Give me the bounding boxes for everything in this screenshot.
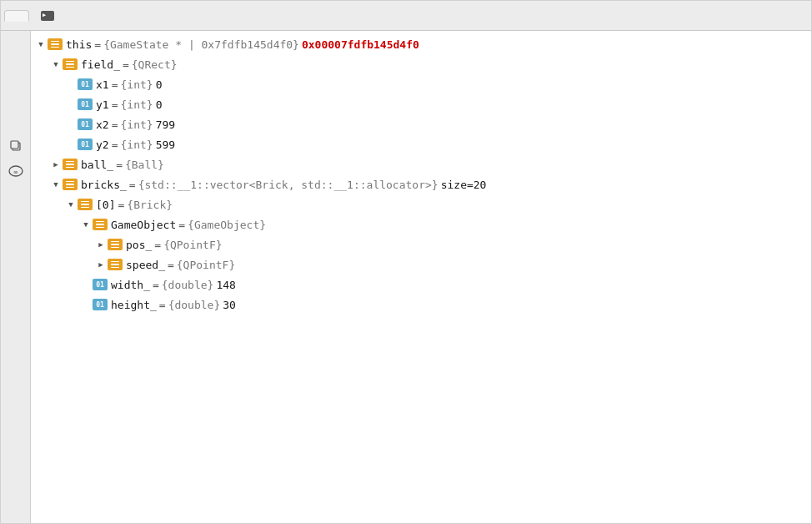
- struct-icon: [108, 259, 123, 270]
- add-button[interactable]: [4, 34, 28, 58]
- disclosure-triangle[interactable]: [94, 238, 108, 251]
- copy-button[interactable]: [4, 134, 28, 158]
- var-value: 30: [223, 299, 236, 311]
- left-toolbar: ∞: [1, 31, 31, 523]
- var-type: {std::__1::vector<Brick, std::__1::alloc…: [138, 179, 439, 191]
- var-type: {double}: [162, 279, 214, 291]
- var-eq: =: [168, 259, 174, 271]
- var-type: {QPointF}: [163, 239, 222, 251]
- int-icon: 01: [78, 78, 93, 90]
- remove-button[interactable]: [4, 59, 28, 83]
- struct-icon: [48, 38, 63, 50]
- var-type: {int}: [120, 78, 153, 91]
- tree-row[interactable]: 01height_ = {double} 30: [31, 295, 811, 315]
- variables-tree: this = {GameState * | 0x7fdfb145d4f0} 0x…: [31, 31, 811, 523]
- var-type: {int}: [120, 98, 153, 111]
- svg-text:∞: ∞: [13, 169, 18, 176]
- int-icon: 01: [93, 299, 108, 310]
- var-eq: =: [159, 299, 166, 311]
- struct-icon: [63, 159, 78, 170]
- tree-row[interactable]: pos_ = {QPointF}: [31, 234, 811, 254]
- var-type: {int}: [120, 139, 153, 151]
- var-value: 0: [156, 98, 163, 111]
- tree-row[interactable]: bricks_ = {std::__1::vector<Brick, std::…: [31, 174, 811, 194]
- var-type: {GameObject}: [188, 219, 266, 231]
- var-name: ball_: [81, 159, 113, 171]
- tab-variables[interactable]: [4, 10, 29, 22]
- disclosure-triangle[interactable]: [79, 218, 93, 231]
- disclosure-triangle[interactable]: [49, 178, 63, 191]
- var-name: field_: [81, 58, 120, 71]
- content-area: ∞ this = {GameState * | 0x7fdfb145d4f0} …: [1, 31, 811, 523]
- struct-icon: [78, 199, 93, 210]
- var-name: y1: [96, 98, 109, 111]
- tab-lldb[interactable]: [29, 6, 70, 26]
- main-panel: ∞ this = {GameState * | 0x7fdfb145d4f0} …: [0, 0, 812, 524]
- var-eq: =: [129, 179, 136, 191]
- var-name: height_: [111, 299, 157, 311]
- tree-row[interactable]: 01x2 = {int} 799: [31, 114, 811, 134]
- down-button[interactable]: [4, 109, 28, 133]
- disclosure-triangle[interactable]: [94, 258, 108, 271]
- var-name: GameObject: [111, 219, 176, 231]
- tree-row[interactable]: 01y1 = {int} 0: [31, 94, 811, 114]
- var-value: 599: [156, 139, 175, 151]
- var-name: [0]: [96, 199, 115, 211]
- tab-bar: [1, 1, 811, 31]
- struct-icon: [63, 58, 78, 70]
- var-name: this: [66, 38, 92, 51]
- var-eq: =: [112, 78, 118, 91]
- var-eq: =: [94, 38, 101, 51]
- disclosure-triangle[interactable]: [49, 158, 63, 171]
- var-eq: =: [116, 159, 123, 171]
- var-name: speed_: [126, 259, 165, 271]
- var-eq: =: [112, 118, 118, 131]
- var-value: 799: [156, 118, 175, 131]
- disclosure-triangle[interactable]: [34, 38, 48, 51]
- var-name: width_: [111, 279, 150, 291]
- toggle-button[interactable]: ∞: [4, 159, 28, 183]
- struct-icon: [108, 239, 123, 250]
- tree-row[interactable]: field_ = {QRect}: [31, 54, 811, 74]
- var-eq: =: [153, 279, 159, 291]
- struct-icon: [63, 179, 78, 190]
- var-name: x1: [96, 78, 109, 91]
- var-eq: =: [112, 139, 118, 151]
- var-name: bricks_: [81, 179, 127, 191]
- terminal-icon: [41, 11, 54, 21]
- var-value: 0: [156, 78, 163, 91]
- var-type: {GameState * | 0x7fdfb145d4f0}: [103, 38, 299, 51]
- tree-row[interactable]: 01width_ = {double} 148: [31, 275, 811, 295]
- tree-row[interactable]: ball_ = {Ball}: [31, 154, 811, 174]
- var-value: 148: [216, 279, 235, 291]
- var-eq: =: [178, 219, 185, 231]
- tree-row[interactable]: 01x1 = {int} 0: [31, 74, 811, 94]
- tree-row[interactable]: speed_ = {QPointF}: [31, 254, 811, 275]
- int-icon: 01: [78, 139, 93, 150]
- var-eq: =: [118, 199, 124, 211]
- var-type: {double}: [168, 299, 221, 311]
- var-type: {QRect}: [132, 58, 178, 71]
- var-type: {QPointF}: [177, 259, 235, 271]
- var-eq: =: [123, 58, 129, 71]
- disclosure-triangle[interactable]: [64, 198, 78, 211]
- var-type: {Ball}: [125, 159, 164, 171]
- tree-row[interactable]: [0] = {Brick}: [31, 194, 811, 214]
- var-name: pos_: [126, 239, 152, 251]
- tree-row[interactable]: GameObject = {GameObject}: [31, 214, 811, 234]
- var-eq: =: [112, 98, 118, 111]
- var-eq: =: [154, 239, 161, 251]
- int-icon: 01: [78, 98, 93, 110]
- svg-rect-1: [11, 141, 18, 149]
- var-name: x2: [96, 118, 109, 131]
- struct-icon: [93, 219, 108, 230]
- up-button[interactable]: [4, 84, 28, 108]
- disclosure-triangle[interactable]: [49, 58, 63, 71]
- var-value: 0x00007fdfb145d4f0: [302, 38, 419, 51]
- int-icon: 01: [93, 279, 108, 290]
- tree-row[interactable]: this = {GameState * | 0x7fdfb145d4f0} 0x…: [31, 34, 811, 54]
- var-type: {Brick}: [127, 199, 173, 211]
- int-icon: 01: [78, 118, 93, 130]
- var-type: {int}: [120, 118, 153, 131]
- tree-row[interactable]: 01y2 = {int} 599: [31, 134, 811, 154]
